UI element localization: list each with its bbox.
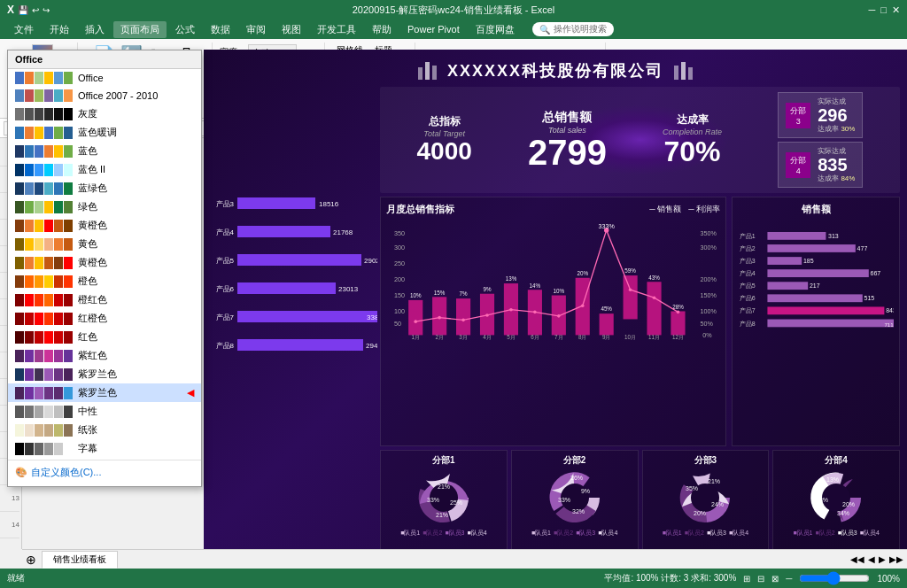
theme-item[interactable]: 中性 xyxy=(8,402,201,421)
menu-file[interactable]: 文件 xyxy=(7,21,41,38)
sheet-scroll-left[interactable]: ◀◀ xyxy=(850,554,864,564)
theme-item[interactable]: 字幕 xyxy=(8,439,201,458)
svg-text:9月: 9月 xyxy=(602,334,611,340)
theme-item[interactable]: 紫罗兰色 xyxy=(8,365,201,383)
menu-formulas[interactable]: 公式 xyxy=(168,21,202,38)
theme-item[interactable]: 橙色 xyxy=(8,272,201,290)
svg-point-58 xyxy=(557,314,561,318)
side-kpi-dept4-value: 835 xyxy=(818,156,855,174)
theme-item[interactable]: 纸张 xyxy=(8,421,201,439)
status-bar: 就绪 平均值: 100% 计数: 3 求和: 300% ⊞ ⊟ ⊠ ─ 100% xyxy=(0,569,907,588)
svg-text:5月: 5月 xyxy=(507,334,516,340)
svg-text:350: 350 xyxy=(394,230,405,237)
theme-item[interactable]: 绿色 xyxy=(8,197,201,216)
svg-text:43%: 43% xyxy=(648,275,660,281)
theme-item[interactable]: 紫罗兰色 ◀ xyxy=(8,383,201,402)
svg-text:25%: 25% xyxy=(450,499,462,506)
svg-text:477: 477 xyxy=(857,245,868,251)
svg-text:23013: 23013 xyxy=(338,285,359,293)
sheet-scroll-right[interactable]: ▶▶ xyxy=(889,554,903,564)
svg-text:33%: 33% xyxy=(816,497,828,503)
sheet-scroll-next[interactable]: ▶ xyxy=(879,554,886,564)
view-layout[interactable]: ⊟ xyxy=(757,574,764,584)
svg-text:300%: 300% xyxy=(701,244,717,251)
svg-text:250: 250 xyxy=(394,260,405,267)
svg-text:711: 711 xyxy=(884,321,894,328)
svg-rect-20 xyxy=(456,298,470,335)
svg-text:29027: 29027 xyxy=(364,257,377,265)
sheet-scroll-prev[interactable]: ◀ xyxy=(868,554,875,564)
custom-colors-label: 自定义颜色(C)... xyxy=(31,466,101,479)
svg-text:21%: 21% xyxy=(708,478,720,484)
theme-item[interactable]: 蓝色暖调 xyxy=(8,123,201,142)
theme-item[interactable]: 蓝色 xyxy=(8,142,201,160)
menu-view[interactable]: 视图 xyxy=(275,21,308,38)
theme-item[interactable]: 黄橙色 xyxy=(8,216,201,235)
side-kpi-dept3-value: 296 xyxy=(818,106,855,124)
svg-point-55 xyxy=(485,313,489,317)
minimize-btn[interactable]: ─ xyxy=(869,4,876,16)
status-right: 平均值: 100% 计数: 3 求和: 300% xyxy=(604,572,736,584)
svg-text:14%: 14% xyxy=(530,282,541,289)
menu-data[interactable]: 数据 xyxy=(204,21,237,38)
svg-rect-76 xyxy=(767,282,808,290)
svg-text:10%: 10% xyxy=(410,292,422,298)
sheet-tab-main[interactable]: 销售业绩看板 xyxy=(42,551,118,569)
menu-powerpivot[interactable]: Power Pivot xyxy=(400,22,467,36)
theme-item[interactable]: 橙红色 xyxy=(8,290,201,309)
zoom-level: 100% xyxy=(877,574,900,584)
right-chart-svg: 产品1 313 产品2 477 产品3 185 产品4 xyxy=(738,220,894,348)
zoom-slider[interactable] xyxy=(799,573,870,584)
svg-rect-123 xyxy=(237,339,363,351)
menu-bar: 文件 开始 插入 页面布局 公式 数据 审阅 视图 开发工具 帮助 Power … xyxy=(0,19,907,39)
window-title: 20200915-解压密码wc24-销售业绩看板 - Excel xyxy=(353,4,555,17)
svg-text:9%: 9% xyxy=(581,488,590,494)
svg-text:45%: 45% xyxy=(601,306,612,312)
company-title: XXXXXX科技股份有限公司 xyxy=(447,60,663,81)
add-sheet-btn[interactable]: ⊕ xyxy=(26,553,36,567)
right-chart-title: 销售额 xyxy=(738,203,894,216)
svg-text:200: 200 xyxy=(394,276,405,283)
svg-text:7%: 7% xyxy=(460,290,468,297)
maximize-btn[interactable]: □ xyxy=(880,4,887,16)
theme-dropdown[interactable]: Office OfficeOffice 2007 - 2010灰度蓝色暖调蓝色蓝… xyxy=(7,50,202,487)
monthly-chart: 月度总销售指标 ─ 销售额 ─ 利润率 350 300 250 xyxy=(380,197,726,446)
quick-access-redo[interactable]: ↪ xyxy=(43,5,50,15)
svg-text:350%: 350% xyxy=(701,230,717,237)
menu-review[interactable]: 审阅 xyxy=(239,21,273,38)
svg-text:59%: 59% xyxy=(624,267,636,274)
theme-item[interactable]: 蓝绿色 xyxy=(8,179,201,197)
menu-home[interactable]: 开始 xyxy=(43,21,76,38)
theme-item[interactable]: Office 2007 - 2010 xyxy=(8,87,201,104)
view-normal[interactable]: ⊞ xyxy=(743,574,750,584)
kpi-total-target: 总指标 Total Target 4000 xyxy=(417,114,472,166)
svg-text:产品5: 产品5 xyxy=(216,257,235,265)
close-btn[interactable]: ✕ xyxy=(892,4,900,16)
svg-text:33%: 33% xyxy=(427,497,439,503)
menu-baidunetdisk[interactable]: 百度网盘 xyxy=(469,21,522,38)
theme-item[interactable]: 紫红色 xyxy=(8,346,201,365)
menu-pagelayout[interactable]: 页面布局 xyxy=(113,21,167,38)
theme-item[interactable]: Office xyxy=(8,69,201,87)
theme-item[interactable]: 黄色 xyxy=(8,235,201,253)
view-pagebreak[interactable]: ⊠ xyxy=(771,574,779,584)
menu-developer[interactable]: 开发工具 xyxy=(310,21,363,38)
menu-help[interactable]: 帮助 xyxy=(365,21,399,38)
menu-insert[interactable]: 插入 xyxy=(78,21,112,38)
svg-text:18516: 18516 xyxy=(319,200,339,208)
theme-item[interactable]: 红色 xyxy=(8,328,201,346)
quick-access-undo[interactable]: ↩ xyxy=(32,5,39,15)
svg-text:12月: 12月 xyxy=(672,334,684,340)
svg-text:2月: 2月 xyxy=(435,334,444,340)
theme-item[interactable]: 黄橙色 xyxy=(8,253,201,272)
pie-dept4: 分部4 20% 13% 33% 34% xyxy=(772,450,900,556)
theme-item[interactable]: 红橙色 xyxy=(8,309,201,328)
theme-item[interactable]: 蓝色 II xyxy=(8,160,201,179)
svg-rect-44 xyxy=(647,282,661,335)
svg-text:50: 50 xyxy=(394,321,401,328)
theme-item[interactable]: 灰度 xyxy=(8,104,201,123)
custom-colors-link[interactable]: 🎨 自定义颜色(C)... xyxy=(8,462,201,483)
monthly-chart-title: 月度总销售指标 xyxy=(386,203,454,216)
svg-text:21768: 21768 xyxy=(333,228,353,236)
quick-access-save[interactable]: 💾 xyxy=(18,5,28,15)
